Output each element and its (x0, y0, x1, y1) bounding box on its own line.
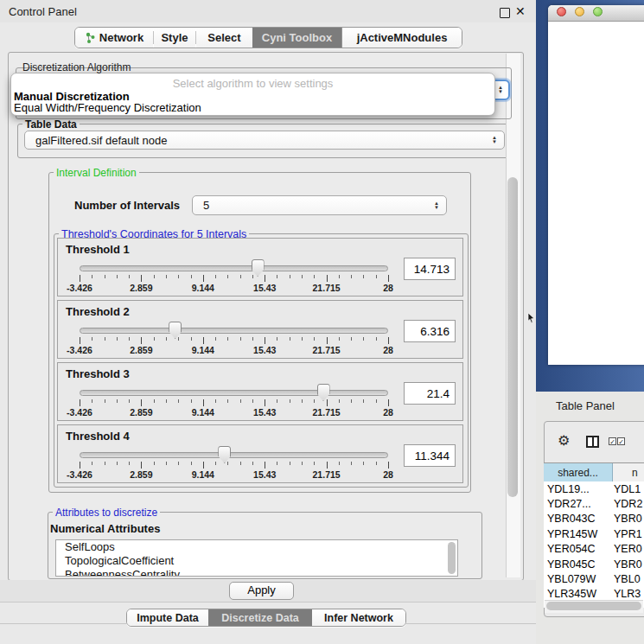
popup-item-equal-width-frequency[interactable]: Equal Width/Frequency Discretization (14, 101, 201, 114)
control-panel-title: Control Panel (9, 5, 77, 18)
network-node[interactable] (587, 193, 609, 214)
number-of-intervals-combobox[interactable]: 5 ▲▼ (192, 195, 447, 215)
slider-track[interactable] (80, 328, 388, 334)
column-layout-icon[interactable] (586, 436, 599, 448)
slider-thumb[interactable] (218, 446, 231, 463)
slider-thumb[interactable] (252, 259, 265, 277)
network-node[interactable] (625, 265, 642, 282)
network-node[interactable] (555, 157, 568, 170)
tick-label: 28 (383, 407, 393, 418)
popup-hint: Select algorithm to view settings (11, 77, 494, 90)
stepper-arrows-icon: ▲▼ (492, 136, 497, 144)
numerical-attributes-list: SelfLoops TopologicalCoefficient Between… (55, 539, 458, 577)
tick-label: -3.426 (67, 469, 92, 480)
threshold-label: Threshold 1 (66, 243, 130, 256)
apply-button[interactable]: Apply (229, 582, 294, 600)
gear-icon[interactable]: ⚙ (558, 432, 570, 449)
column-header-name[interactable]: n (613, 463, 644, 482)
tick-label: -3.426 (67, 407, 92, 418)
slider-track[interactable] (80, 265, 388, 271)
tab-discretize-data[interactable]: Discretize Data (208, 609, 312, 626)
tab-select[interactable]: Select (196, 28, 252, 48)
node-label: GAL11 (554, 172, 589, 185)
node-label: GA (634, 125, 644, 138)
slider-thumb[interactable] (169, 322, 182, 339)
checkbox-icon[interactable]: ✓ (617, 437, 625, 445)
threshold-value-field[interactable]: 11.344 (404, 444, 456, 467)
table-data-value: galFiltered.sif default node (35, 134, 492, 147)
tab-infer-network[interactable]: Infer Network (312, 609, 405, 626)
slider-track[interactable] (80, 452, 388, 458)
float-window-icon[interactable] (500, 8, 510, 18)
tab-label: Impute Data (137, 612, 199, 624)
slider-thumb[interactable] (317, 384, 330, 401)
close-icon[interactable]: ✕ (515, 4, 526, 18)
slider-ticks (58, 462, 462, 469)
tab-label: Discretize Data (221, 612, 299, 624)
list-item[interactable]: SelfLoops (56, 540, 457, 554)
table-row[interactable]: YBL079WYBL0 (544, 571, 644, 586)
tab-label: Cyni Toolbox (262, 31, 332, 44)
tick-label: -3.426 (67, 345, 92, 355)
network-node[interactable] (626, 109, 640, 123)
discretization-algorithm-legend: Discretization Algorithm (20, 61, 133, 73)
tab-network[interactable]: Network (75, 28, 153, 48)
tab-style[interactable]: Style (154, 28, 195, 48)
table-row[interactable]: YPR145WYPR1 (544, 526, 644, 541)
top-tab-bar: Network Style Select Cyni Toolbox jActiv… (74, 27, 462, 48)
node-label: H (639, 287, 644, 300)
panel-scrollbar-thumb[interactable] (507, 177, 518, 497)
interval-definition-legend: Interval Definition (54, 167, 139, 179)
table-row[interactable]: YER054CYER0 (544, 542, 644, 557)
network-graph: GAL80 GA C GAL11 GAL4 GCY1 H HAP2 (536, 0, 644, 393)
threshold-4-panel: Threshold 4 -3.426 2.859 9.144 15.43 21.… (57, 424, 463, 483)
list-item[interactable]: TopologicalCoefficient (56, 554, 457, 568)
network-node[interactable] (577, 106, 590, 119)
network-node[interactable] (541, 270, 556, 284)
table-row[interactable]: YBR043CYBR0 (544, 512, 644, 526)
threshold-label: Threshold 4 (66, 430, 130, 443)
table-row[interactable]: YBR045CYBR0 (544, 557, 644, 571)
number-of-intervals-label: Number of Intervals (74, 199, 180, 212)
table-data-legend: Table Data (22, 118, 80, 131)
tab-cyni-toolbox[interactable]: Cyni Toolbox (252, 28, 341, 48)
stepper-arrows-icon: ▲▼ (434, 201, 439, 210)
tick-label: 2.859 (130, 283, 152, 293)
tick-label: 21.715 (313, 407, 341, 418)
checkbox-icon[interactable]: ✓ (609, 437, 616, 445)
tick-label: 9.144 (192, 469, 214, 480)
network-node[interactable] (630, 144, 644, 161)
threshold-3-panel: Threshold 3 -3.426 2.859 9.144 15.43 21.… (57, 362, 463, 421)
threshold-value-field[interactable]: 21.4 (404, 382, 456, 405)
list-item[interactable]: BetweennessCentrality (56, 568, 457, 577)
network-node[interactable] (613, 354, 625, 367)
table-body: YDL19...YDL1 YDR27...YDR2 YBR043CYBR0 YP… (544, 481, 644, 608)
attributes-list-scrollbar[interactable] (448, 542, 456, 574)
algorithm-dropdown-popup: Select algorithm to view settings Manual… (10, 73, 495, 116)
threshold-value-field[interactable]: 6.316 (404, 320, 456, 342)
tab-jactivemnodules[interactable]: jActiveMNodules (341, 28, 462, 48)
slider-track[interactable] (80, 390, 388, 396)
tab-impute-data[interactable]: Impute Data (127, 609, 208, 626)
network-node[interactable] (586, 323, 601, 338)
tab-label: Infer Network (324, 612, 393, 624)
table-data-combobox[interactable]: galFiltered.sif default node ▲▼ (24, 131, 505, 150)
table-hscrollbar-thumb[interactable] (546, 602, 641, 610)
tick-label: 15.43 (253, 345, 276, 355)
node-label: GAL4 (598, 217, 627, 230)
table-panel-title: Table Panel (556, 399, 615, 412)
table-row[interactable]: YDR27...YDR2 (544, 496, 644, 511)
tick-label: 28 (383, 469, 393, 480)
node-label: C (636, 160, 644, 173)
tick-label: 9.144 (192, 345, 214, 355)
threshold-1-panel: Threshold 1 -3.426 2.859 9.144 15.43 21.… (57, 238, 463, 296)
mouse-cursor (527, 313, 536, 323)
threshold-value-field[interactable]: 14.713 (404, 258, 456, 280)
tick-label: 15.43 (253, 469, 276, 480)
tick-label: 21.715 (313, 469, 341, 480)
column-header-shared-name[interactable]: shared... (544, 463, 613, 482)
table-row[interactable]: YDL19...YDL1 (544, 481, 644, 496)
control-panel-titlebar: Control Panel ✕ (0, 0, 536, 22)
tick-label: 2.859 (130, 469, 152, 480)
slider-ticks (58, 399, 462, 407)
